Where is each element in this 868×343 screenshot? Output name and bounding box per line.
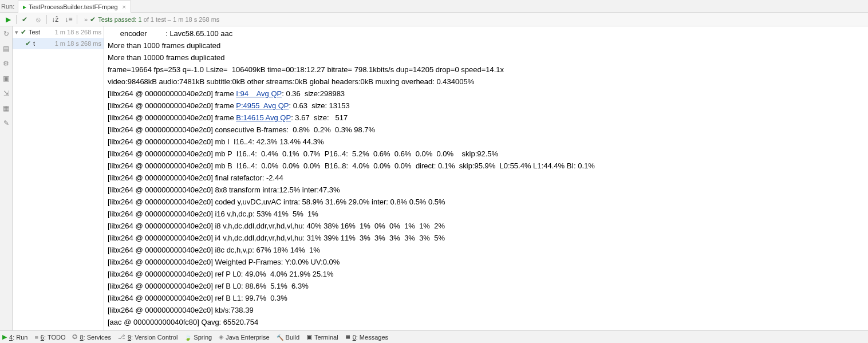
run-config-tab[interactable]: ▸ TestProcessBuilder.testFFmpeg × — [18, 1, 131, 13]
gear-icon[interactable]: ⚙ — [3, 60, 9, 68]
console-line: [libx264 @ 000000000040e2c0] frame B:146… — [108, 112, 868, 124]
console-line: encoder : Lavc58.65.100 aac — [108, 27, 868, 40]
chevron-down-icon: ▾ — [15, 29, 18, 36]
status-prefix: » — [84, 16, 88, 23]
play-icon: ▶ — [2, 333, 7, 341]
console-output[interactable]: encoder : Lavc58.65.100 aacMore than 100… — [104, 26, 868, 330]
main-layout: ↻ ▤ ⚙ ▣ ⇲ ▦ ✎ ▾ ✔ Test 1 m 18 s 268 ms ✔… — [0, 26, 868, 330]
vcs-icon — [118, 333, 125, 341]
separator — [16, 15, 17, 24]
rerun-icon[interactable]: ↻ — [3, 30, 9, 38]
services-icon — [72, 333, 77, 341]
console-line: More than 10000 frames duplicated — [108, 52, 868, 64]
console-line: [libx264 @ 000000000040e2c0] frame P:495… — [108, 100, 868, 112]
console-line: video:98468kB audio:7481kB subtitle:0kB … — [108, 76, 868, 88]
console-link[interactable]: I:94 Avg QP — [236, 89, 282, 98]
build-icon — [277, 334, 283, 341]
console-link[interactable]: B:14615 Avg QP — [236, 113, 291, 122]
test-tree: ▾ ✔ Test 1 m 18 s 268 ms ✔ t 1 m 18 s 26… — [13, 26, 104, 330]
console-line: frame=19664 fps=253 q=-1.0 Lsize= 106409… — [108, 64, 868, 76]
pin-icon[interactable]: ✎ — [3, 119, 9, 127]
export-icon[interactable]: ⇲ — [3, 89, 9, 97]
run-tab-bar: Run: ▸ TestProcessBuilder.testFFmpeg × — [0, 0, 868, 13]
messages-icon — [345, 333, 350, 341]
console-line: [libx264 @ 000000000040e2c0] coded y,uvD… — [108, 196, 868, 208]
console-line: [libx264 @ 000000000040e2c0] i8c dc,h,v,… — [108, 244, 868, 256]
terminal-icon — [306, 333, 312, 341]
show-passed-button[interactable]: ✔ — [18, 13, 31, 26]
console-line: [libx264 @ 000000000040e2c0] final ratef… — [108, 172, 868, 184]
tool-services[interactable]: 8: Services — [72, 333, 111, 341]
console-line: [libx264 @ 000000000040e2c0] i4 v,h,dc,d… — [108, 232, 868, 244]
check-icon: ✔ — [22, 15, 27, 23]
todo-icon — [34, 334, 38, 341]
sort-icon: ↓≡ — [65, 15, 72, 23]
separator — [77, 15, 77, 24]
play-icon: ▶ — [6, 15, 11, 23]
test-toolbar: ▶ ✔ ⦸ ↓ẑ ↓≡ » ✔ Tests passed: 1 of 1 tes… — [0, 13, 868, 26]
console-line: [libx264 @ 000000000040e2c0] mb I I16..4… — [108, 136, 868, 148]
camera-icon[interactable]: ▣ — [3, 74, 9, 82]
tool-version-control[interactable]: 9: Version Control — [118, 333, 177, 341]
tool-run[interactable]: ▶4: Run — [2, 333, 27, 341]
tree-child[interactable]: ✔ t 1 m 18 s 268 ms — [13, 38, 104, 49]
status-phrase: Tests passed: — [98, 16, 138, 23]
status-suffix: of 1 test – 1 m 18 s 268 ms — [142, 16, 220, 23]
run-label: Run: — [1, 3, 14, 10]
console-line: [libx264 @ 000000000040e2c0] frame I:94 … — [108, 88, 868, 100]
sort-alpha-button[interactable]: ↓ẑ — [48, 13, 62, 26]
tool-build[interactable]: Build — [277, 334, 299, 341]
java-ee-icon — [219, 333, 223, 341]
sort-time-button[interactable]: ↓≡ — [62, 13, 76, 26]
console-line: [libx264 @ 000000000040e2c0] Weighted P-… — [108, 256, 868, 268]
tool-todo[interactable]: 6: TODO — [34, 334, 65, 341]
test-status-text: » ✔ Tests passed: 1 of 1 test – 1 m 18 s… — [84, 15, 219, 23]
console-line: [libx264 @ 000000000040e2c0] i8 v,h,dc,d… — [108, 220, 868, 232]
check-icon: ✔ — [21, 28, 26, 36]
close-icon[interactable]: × — [123, 3, 126, 10]
tree-child-label: t — [33, 40, 35, 47]
console-line: [libx264 @ 000000000040e2c0] 8x8 transfo… — [108, 184, 868, 196]
console-line: [libx264 @ 000000000040e2c0] consecutive… — [108, 124, 868, 136]
stop-icon: ⦸ — [36, 15, 41, 23]
console-line: [libx264 @ 000000000040e2c0] kb/s:738.39 — [108, 304, 868, 316]
tree-child-time: 1 m 18 s 268 ms — [55, 40, 101, 47]
console-line: [aac @ 000000000040fc80] Qavg: 65520.754 — [108, 316, 868, 328]
tab-title: TestProcessBuilder.testFFmpeg — [29, 3, 117, 10]
tree-root-time: 1 m 18 s 268 ms — [55, 29, 101, 36]
check-icon: ✔ — [90, 15, 96, 23]
console-link[interactable]: P:4955 Avg QP — [236, 101, 289, 110]
history-icon[interactable]: ▦ — [3, 104, 9, 112]
console-line: [libx264 @ 000000000040e2c0] mb B I16..4… — [108, 160, 868, 172]
bottom-tool-bar: ▶4: Run 6: TODO 8: Services 9: Version C… — [0, 330, 868, 343]
console-line: [libx264 @ 000000000040e2c0] ref B L1: 9… — [108, 292, 868, 304]
console-line: More than 1000 frames duplicated — [108, 40, 868, 52]
left-tool-gutter: ↻ ▤ ⚙ ▣ ⇲ ▦ ✎ — [0, 26, 13, 330]
console-line: [libx264 @ 000000000040e2c0] ref P L0: 4… — [108, 268, 868, 280]
layout-icon[interactable]: ▤ — [3, 45, 9, 53]
tool-terminal[interactable]: Terminal — [306, 333, 338, 341]
console-line: [libx264 @ 000000000040e2c0] ref B L0: 8… — [108, 280, 868, 292]
play-icon: ▸ — [23, 3, 26, 11]
rerun-button[interactable]: ▶ — [1, 13, 15, 26]
check-icon: ✔ — [25, 40, 31, 48]
tool-messages[interactable]: 0: Messages — [345, 333, 388, 341]
tree-root[interactable]: ▾ ✔ Test 1 m 18 s 268 ms — [13, 26, 104, 38]
show-ignored-button[interactable]: ⦸ — [31, 13, 45, 26]
tool-spring[interactable]: Spring — [184, 334, 212, 341]
console-line: [libx264 @ 000000000040e2c0] i16 v,h,dc,… — [108, 208, 868, 220]
sort-icon: ↓ẑ — [52, 15, 58, 23]
console-line: [libx264 @ 000000000040e2c0] mb P I16..4… — [108, 148, 868, 160]
tree-root-label: Test — [29, 29, 40, 36]
tool-java-ee[interactable]: Java Enterprise — [219, 333, 269, 341]
spring-icon — [184, 334, 191, 341]
separator — [46, 15, 47, 24]
